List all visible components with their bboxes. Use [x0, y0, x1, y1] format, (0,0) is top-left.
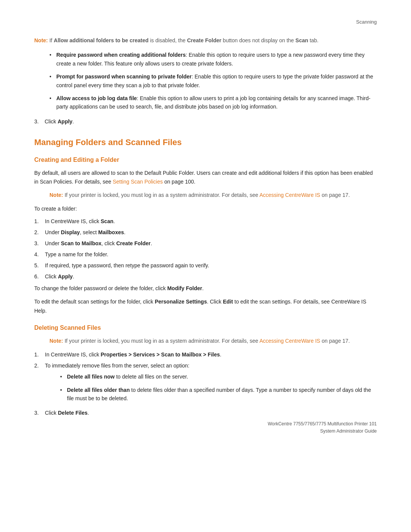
del-step-3-num: 3.: [34, 409, 45, 417]
deleting-note-label: Note:: [49, 338, 63, 344]
list-item: Allow access to job log data file: Enabl…: [49, 94, 377, 111]
step-1-text: In CentreWare IS, click Scan.: [45, 217, 115, 226]
step-3-bold2: Create Folder: [116, 240, 151, 246]
creating-intro-text2: on page 100.: [163, 179, 196, 185]
bullet-bold-2: Allow access to job log data file: [56, 95, 137, 101]
step-6-text: Click Apply.: [45, 272, 74, 281]
note-text1: If: [48, 37, 54, 43]
del-step-2-num: 2.: [34, 361, 45, 370]
creating-note-label: Note:: [49, 192, 63, 198]
step-4-num: 4.: [34, 250, 45, 259]
footer-line1: WorkCentre 7755/7765/7775 Multifunction …: [268, 420, 377, 428]
step-2-bold1: Display: [61, 229, 80, 235]
step-3-row: 3. Under Scan to Mailbox, click Create F…: [34, 239, 377, 248]
del-step-1-bold: Properties > Services > Scan to Mailbox …: [101, 351, 220, 358]
step-4-row: 4. Type a name for the folder.: [34, 250, 377, 259]
list-item: Require password when creating additiona…: [49, 51, 377, 68]
del-step-2-row: 2. To immediately remove files from the …: [34, 361, 377, 370]
del-step-3-text: Click Delete Files.: [45, 409, 89, 417]
deleting-note: Note: If your printer is locked, you mus…: [49, 337, 377, 345]
deleting-bullet-list: Delete all files now to delete all files…: [60, 372, 377, 403]
note-text4: tab.: [308, 37, 319, 43]
accessing-centreware-link-1[interactable]: Accessing CentreWare IS: [260, 192, 320, 198]
step-2-row: 2. Under Display, select Mailboxes.: [34, 228, 377, 237]
del-step-3-bold: Delete Files: [58, 410, 88, 416]
step-3-text: Under Scan to Mailbox, click Create Fold…: [45, 239, 152, 248]
creating-note-text1: If your printer is locked, you must log …: [63, 192, 260, 198]
subsection-creating-title: Creating and Editing a Folder: [34, 157, 377, 163]
accessing-centreware-link-2[interactable]: Accessing CentreWare IS: [260, 338, 320, 344]
note-bold1: Allow additional folders to be created: [54, 37, 148, 43]
creating-intro: By default, all users are allowed to sca…: [34, 169, 377, 186]
del-step-1-num: 1.: [34, 350, 45, 359]
page-header: Scanning: [34, 19, 377, 25]
step-5-row: 5. If required, type a password, then re…: [34, 261, 377, 270]
creating-note-text2: on page 17.: [320, 192, 350, 198]
step-1-num: 1.: [34, 217, 45, 226]
create-folder-intro: To create a folder:: [34, 204, 377, 213]
header-section-label: Scanning: [356, 19, 377, 25]
list-item: Delete all files older than to delete fi…: [60, 386, 377, 403]
step-2-num: 2.: [34, 228, 45, 237]
step3-apply: 3. Click Apply.: [34, 117, 377, 126]
top-note-block: Note: If Allow additional folders to be …: [34, 36, 377, 45]
bullet-bold-0: Require password when creating additiona…: [56, 52, 186, 58]
list-item: Prompt for password when scanning to pri…: [49, 72, 377, 89]
del-step-1-text: In CentreWare IS, click Properties > Ser…: [45, 350, 221, 359]
step-5-num: 5.: [34, 261, 45, 270]
personalize-settings-text: To edit the default scan settings for th…: [34, 297, 377, 315]
del-bullet-bold-0: Delete all files now: [67, 374, 115, 380]
creating-note: Note: If your printer is locked, you mus…: [49, 191, 377, 199]
note-text2: is disabled, the: [148, 37, 187, 43]
page-container: Scanning Note: If Allow additional folde…: [0, 0, 411, 450]
step-4-text: Type a name for the folder.: [45, 250, 108, 259]
deleting-note-text2: on page 17.: [320, 338, 350, 344]
step-1-bold: Scan: [101, 218, 113, 224]
step-6-row: 6. Click Apply.: [34, 272, 377, 281]
step-5-text: If required, type a password, then retyp…: [45, 261, 209, 270]
modify-folder-text: To change the folder password or delete …: [34, 284, 377, 293]
footer-line2: System Administrator Guide: [268, 428, 377, 435]
personalize-settings-bold1: Personalize Settings: [155, 299, 207, 305]
note-bold3: Scan: [295, 37, 308, 43]
bullet-bold-1: Prompt for password when scanning to pri…: [56, 73, 192, 80]
step3-num: 3. Click: [34, 118, 57, 125]
step3-period: .: [72, 118, 74, 125]
step-6-bold: Apply: [58, 273, 73, 280]
step-3-num: 3.: [34, 239, 45, 248]
options-bullet-list: Require password when creating additiona…: [49, 51, 377, 111]
del-bullet-text-0: to delete all files on the server.: [115, 374, 188, 380]
step-3-bold1: Scan to Mailbox: [61, 240, 102, 246]
setting-scan-policies-link[interactable]: Setting Scan Policies: [113, 179, 163, 185]
modify-folder-bold: Modify Folder: [167, 285, 202, 291]
step-6-num: 6.: [34, 272, 45, 281]
step-2-text: Under Display, select Mailboxes.: [45, 228, 126, 237]
deleting-note-text1: If your printer is locked, you must log …: [63, 338, 260, 344]
list-item: Delete all files now to delete all files…: [60, 372, 377, 381]
note-bold2: Create Folder: [187, 37, 221, 43]
deleting-steps: 1. In CentreWare IS, click Properties > …: [34, 350, 377, 370]
note-label: Note:: [34, 37, 48, 43]
page-footer: WorkCentre 7755/7765/7775 Multifunction …: [268, 420, 377, 435]
step3-bold: Apply: [57, 118, 72, 125]
del-step-2-text: To immediately remove files from the ser…: [45, 361, 190, 370]
del-step-1-row: 1. In CentreWare IS, click Properties > …: [34, 350, 377, 359]
note-text3: button does not display on the: [221, 37, 296, 43]
personalize-settings-bold2: Edit: [223, 299, 233, 305]
subsection-deleting-title: Deleting Scanned Files: [34, 324, 377, 331]
section-main-title: Managing Folders and Scanned Files: [34, 137, 377, 147]
step-2-bold2: Mailboxes: [98, 229, 124, 235]
del-bullet-bold-1: Delete all files older than: [67, 387, 130, 393]
step-1: 1. In CentreWare IS, click Scan. 2. Unde…: [34, 217, 377, 281]
step-1-row: 1. In CentreWare IS, click Scan.: [34, 217, 377, 226]
del-step-3-row: 3. Click Delete Files.: [34, 409, 377, 417]
creating-intro-text: By default, all users are allowed to sca…: [34, 170, 373, 185]
